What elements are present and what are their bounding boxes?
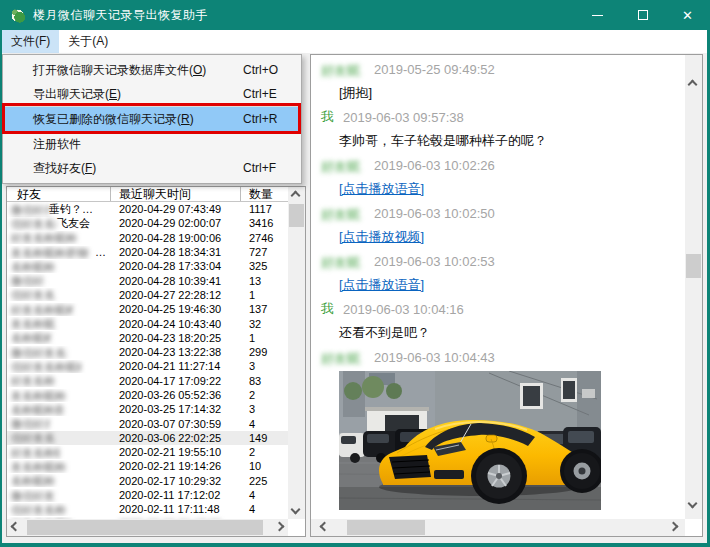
friend-row[interactable]: 信好友名2020-03-06 22:02:25149 bbox=[7, 431, 288, 445]
close-button[interactable]: ✕ bbox=[665, 0, 710, 30]
friend-name-cell: 好友名称昵 bbox=[7, 446, 111, 459]
friend-name-cell: 好友名称昵称 bbox=[7, 231, 111, 244]
last-chat-time-cell: 2020-02-17 10:29:32 bbox=[111, 475, 241, 487]
friend-row[interactable]: 微信好友垂钓？…2020-04-29 07:43:491117 bbox=[7, 202, 288, 216]
chat-horizontal-scrollbar[interactable] bbox=[311, 519, 685, 536]
chat-hscroll-thumb[interactable] bbox=[347, 520, 425, 535]
friend-row[interactable]: 名称昵称群2020-04-23 18:20:251 bbox=[7, 331, 288, 345]
chat-vscroll-thumb[interactable] bbox=[686, 254, 701, 278]
chat-message: 好友昵称2019-06-03 10:02:50[点击播放视频] bbox=[321, 201, 685, 249]
masked-friend-name: 名称昵称群 bbox=[11, 331, 51, 344]
friend-row[interactable]: 友名称昵2020-04-24 10:43:4032 bbox=[7, 316, 288, 330]
message-count-cell: 2 bbox=[241, 389, 288, 401]
masked-friend-name: 信好友名称 bbox=[11, 503, 85, 516]
play-media-link[interactable]: [点击播放视频] bbox=[339, 229, 424, 244]
message-count-cell: 4 bbox=[241, 489, 288, 501]
masked-friend-name: 友名称昵称群聊 bbox=[11, 246, 95, 259]
play-media-link[interactable]: [点击播放语音] bbox=[339, 277, 424, 292]
menu-item[interactable]: 查找好友(F)Ctrl+F bbox=[3, 156, 301, 180]
friend-name-cell: 友名称昵称 bbox=[7, 389, 111, 402]
last-chat-time-cell: 2020-04-28 10:39:41 bbox=[111, 275, 241, 287]
menu-item[interactable]: 打开微信聊天记录数据库文件(O)Ctrl+O bbox=[3, 58, 301, 82]
friend-row[interactable]: 微信好友2020-02-11 17:12:024 bbox=[7, 488, 288, 502]
message-count-cell: 1 bbox=[241, 332, 288, 344]
message-count-cell: 13 bbox=[241, 275, 288, 287]
app-window: 楼月微信聊天记录导出恢复助手 ✕ 文件(F)关于(A) 好友 最近聊天时间 数量… bbox=[0, 0, 710, 547]
last-chat-time-cell: 2020-04-29 07:43:49 bbox=[111, 203, 241, 215]
friend-row[interactable]: 信好友名称昵称2020-04-21 11:27:143 bbox=[7, 359, 288, 373]
minimize-icon bbox=[592, 15, 603, 16]
friend-name-cell: 好友名称昵称群 bbox=[7, 303, 111, 316]
chat-message: 好友昵称2019-06-03 10:02:26[点击播放语音] bbox=[321, 153, 685, 201]
friend-hscroll-thumb[interactable] bbox=[27, 520, 263, 535]
column-header-count[interactable]: 数量 bbox=[241, 187, 288, 201]
friend-row[interactable]: 信好友名称2020-02-11 17:11:484 bbox=[7, 502, 288, 516]
message-count-cell: 3416 bbox=[241, 217, 288, 229]
column-header-friend[interactable]: 好友 bbox=[7, 187, 111, 201]
message-count-cell: 2746 bbox=[241, 232, 288, 244]
scroll-down-icon[interactable] bbox=[688, 499, 698, 509]
friend-row[interactable]: 好友名称昵称群2020-04-25 19:46:30137 bbox=[7, 302, 288, 316]
scroll-down-icon[interactable] bbox=[291, 505, 301, 515]
masked-friend-name: 友名称昵称群 bbox=[11, 460, 67, 473]
friend-name-fragment: 飞友会 bbox=[57, 216, 90, 231]
scroll-right-icon[interactable] bbox=[669, 522, 679, 532]
friend-rows: 微信好友垂钓？…2020-04-29 07:43:491117信好友名称飞友会2… bbox=[7, 202, 288, 519]
friend-row[interactable]: 友名称昵称群聊…2020-04-28 18:34:31727 bbox=[7, 245, 288, 259]
friend-row[interactable]: 好友名称昵2020-02-21 19:55:102 bbox=[7, 445, 288, 459]
friend-vscroll-thumb[interactable] bbox=[289, 204, 304, 227]
friend-row[interactable]: 微信好友名称昵2020-03-07 07:30:594 bbox=[7, 416, 288, 430]
minimize-button[interactable] bbox=[575, 0, 620, 30]
menu-item[interactable]: 注册软件 bbox=[3, 132, 301, 156]
scroll-left-icon[interactable] bbox=[320, 522, 330, 532]
scroll-left-icon[interactable] bbox=[11, 522, 21, 532]
scroll-up-icon[interactable] bbox=[688, 80, 698, 90]
friend-name-cell: 微信好友垂钓？… bbox=[7, 202, 111, 217]
masked-friend-name: 友名称昵 bbox=[11, 317, 61, 330]
friend-row[interactable]: 友名称昵称2020-03-26 05:52:362 bbox=[7, 388, 288, 402]
scroll-up-icon[interactable] bbox=[291, 191, 301, 201]
message-timestamp: 2019-06-03 10:02:53 bbox=[374, 254, 495, 269]
maximize-icon bbox=[638, 10, 648, 20]
friend-horizontal-scrollbar[interactable] bbox=[7, 519, 288, 536]
friend-row[interactable]: 信好友名称飞友会2020-04-29 02:00:073416 bbox=[7, 216, 288, 230]
menubar-item[interactable]: 文件(F) bbox=[2, 30, 59, 53]
masked-friend-name: 微信好友 bbox=[11, 489, 79, 502]
chat-messages: 好友昵称2019-05-25 09:49:52[拥抱]我2019-06-03 0… bbox=[311, 55, 685, 519]
masked-sender-name: 好友昵称 bbox=[321, 206, 365, 221]
chat-vertical-scrollbar[interactable] bbox=[685, 55, 702, 519]
friend-row[interactable]: 名称昵称2020-04-28 17:33:04325 bbox=[7, 259, 288, 273]
friend-table-header: 好友 最近聊天时间 数量 bbox=[7, 187, 288, 202]
message-header: 我2019-06-03 10:04:16 bbox=[321, 297, 685, 321]
last-chat-time-cell: 2020-03-06 22:02:25 bbox=[111, 432, 241, 444]
play-media-link[interactable]: [点击播放语音] bbox=[339, 181, 424, 196]
column-header-last-chat-time[interactable]: 最近聊天时间 bbox=[111, 187, 241, 201]
menubar: 文件(F)关于(A) bbox=[2, 30, 707, 53]
menu-item-label: 导出聊天记录(E) bbox=[3, 86, 243, 103]
friend-row[interactable]: 信好友名称昵2020-04-27 22:28:121 bbox=[7, 288, 288, 302]
friend-vertical-scrollbar[interactable] bbox=[288, 187, 305, 519]
menubar-item[interactable]: 关于(A) bbox=[59, 30, 117, 53]
menu-item[interactable]: 导出聊天记录(E)Ctrl+E bbox=[3, 82, 301, 106]
menu-item-shortcut: Ctrl+F bbox=[243, 161, 301, 175]
friend-row[interactable]: 微信好友名称2020-04-23 13:22:38299 bbox=[7, 345, 288, 359]
last-chat-time-cell: 2020-04-24 10:43:40 bbox=[111, 318, 241, 330]
friend-name-cell: 友名称昵称群 bbox=[7, 460, 111, 473]
friend-name-cell: 信好友名称飞友会 bbox=[7, 216, 111, 231]
friend-row[interactable]: 名称昵称群聊记2020-02-17 10:29:32225 bbox=[7, 474, 288, 488]
friend-row[interactable]: 好友名称2020-04-17 17:09:2283 bbox=[7, 374, 288, 388]
message-header: 好友昵称2019-06-03 10:02:53 bbox=[321, 249, 685, 273]
friend-name-cell: 微信好友名称昵 bbox=[7, 417, 111, 430]
menu-item[interactable]: 恢复已删除的微信聊天记录(R)Ctrl+R bbox=[3, 107, 301, 131]
scroll-right-icon[interactable] bbox=[275, 522, 285, 532]
friend-row[interactable]: 名称昵称群聊2020-03-25 17:14:323 bbox=[7, 402, 288, 416]
last-chat-time-cell: 2020-04-23 18:20:25 bbox=[111, 332, 241, 344]
friend-row[interactable]: 微信好友名2020-04-28 10:39:4113 bbox=[7, 273, 288, 287]
friend-row[interactable]: 友名称昵称群2020-02-21 19:14:2610 bbox=[7, 459, 288, 473]
masked-sender-name: 好友昵称 bbox=[321, 350, 365, 365]
maximize-button[interactable] bbox=[620, 0, 665, 30]
last-chat-time-cell: 2020-04-29 02:00:07 bbox=[111, 217, 241, 229]
message-body: [点击播放语音] bbox=[321, 177, 685, 201]
chat-photo-car[interactable] bbox=[339, 371, 601, 510]
friend-row[interactable]: 好友名称昵称2020-04-28 19:00:062746 bbox=[7, 231, 288, 245]
